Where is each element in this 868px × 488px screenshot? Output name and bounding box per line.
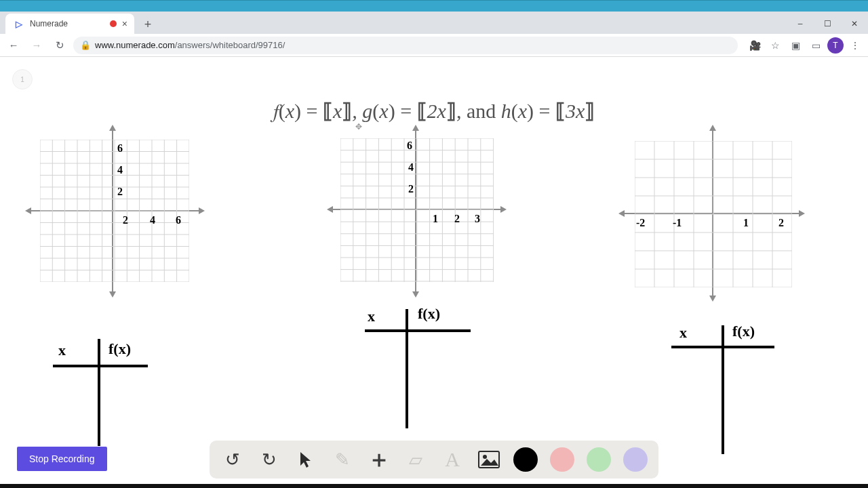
browser-tab[interactable]: ▷ Numerade × (5, 14, 134, 34)
profile-avatar[interactable]: T (827, 37, 844, 54)
tab-strip: ▷ Numerade × + – ☐ ✕ (0, 12, 868, 34)
add-tool[interactable]: ＋ (367, 447, 391, 472)
url-host: www.numerade.com (95, 40, 175, 50)
color-green[interactable] (587, 447, 611, 472)
page-content: 1 𝑓(x) = ⟦x⟧, g(x) = ⟦2x⟧, and h(x) = ⟦3… (0, 57, 868, 484)
window-maximize-button[interactable]: ☐ (814, 14, 841, 34)
x-label-2: 2 (454, 213, 460, 225)
image-tool[interactable] (477, 447, 501, 472)
graph-gx[interactable]: 6 4 2 1 2 3 (332, 130, 502, 293)
address-bar: ← → ↻ 🔒 www.numerade.com/answers/whitebo… (0, 34, 868, 57)
color-black[interactable] (513, 447, 538, 472)
grid-lines (340, 138, 494, 282)
grid-lines (635, 141, 792, 287)
x-label-n1: -1 (673, 217, 682, 229)
camera-indicator-icon[interactable]: 🎥 (746, 37, 764, 54)
nav-back-button[interactable]: ← (4, 36, 23, 55)
text-tool[interactable]: A (440, 447, 465, 472)
svg-point-1 (483, 455, 487, 459)
x-label-3: 3 (475, 213, 480, 225)
y-label-2: 2 (408, 183, 414, 195)
grid-lines (40, 140, 189, 282)
stop-recording-button[interactable]: Stop Recording (17, 447, 107, 471)
graph-hx[interactable]: -2 -1 1 2 (624, 130, 800, 297)
url-path: /answers/whiteboard/99716/ (175, 40, 285, 50)
x-label-2: 2 (778, 217, 784, 229)
y-label-2: 2 (117, 186, 123, 198)
close-tab-icon[interactable]: × (122, 18, 127, 29)
x-label-6: 6 (176, 214, 181, 226)
url-field[interactable]: 🔒 www.numerade.com/answers/whiteboard/99… (73, 37, 738, 54)
x-label-1: 1 (743, 217, 749, 229)
t-table-hx[interactable]: x f(x) (671, 325, 780, 454)
nav-forward-button[interactable]: → (27, 36, 46, 55)
lock-icon: 🔒 (80, 40, 91, 50)
col-x: x (679, 324, 687, 342)
extension-icon-1[interactable]: ▣ (787, 37, 804, 54)
new-tab-button[interactable]: + (138, 15, 157, 34)
redo-button[interactable]: ↻ (257, 447, 281, 472)
eraser-tool[interactable]: ▱ (403, 447, 428, 472)
y-label-4: 4 (408, 161, 414, 174)
pencil-tool[interactable]: ✎ (330, 447, 355, 472)
t-table-gx[interactable]: x f(x) (365, 309, 480, 428)
y-label-6: 6 (407, 140, 412, 152)
col-fx: f(x) (108, 340, 131, 358)
browser-menu-icon[interactable]: ⋮ (846, 37, 864, 54)
x-label-n2: -2 (636, 217, 645, 229)
recording-indicator-icon (110, 20, 117, 27)
color-purple[interactable] (623, 447, 648, 472)
taskbar-edge (0, 484, 868, 488)
tab-title: Numerade (30, 19, 104, 28)
window-close-button[interactable]: ✕ (841, 14, 868, 34)
pointer-tool[interactable] (294, 447, 318, 472)
col-x: x (58, 342, 66, 359)
x-label-2: 2 (123, 214, 128, 226)
y-label-4: 4 (117, 164, 123, 176)
t-table-fx[interactable]: x f(x) (53, 338, 155, 446)
col-fx: f(x) (732, 323, 755, 340)
bookmark-star-icon[interactable]: ☆ (766, 37, 784, 54)
col-x: x (368, 308, 375, 325)
extension-icon-2[interactable]: ▭ (807, 37, 825, 54)
undo-button[interactable]: ↺ (220, 447, 245, 472)
page-number-badge[interactable]: 1 (12, 69, 33, 89)
equation-header: 𝑓(x) = ⟦x⟧, g(x) = ⟦2x⟧, and h(x) = ⟦3x⟧ (273, 99, 595, 123)
x-label-1: 1 (433, 213, 438, 225)
window-minimize-button[interactable]: – (787, 14, 814, 34)
reload-button[interactable]: ↻ (50, 36, 69, 55)
window-border-top (0, 0, 868, 12)
col-fx: f(x) (418, 305, 440, 323)
site-favicon: ▷ (14, 18, 24, 29)
x-label-4: 4 (150, 214, 155, 226)
graph-fx[interactable]: 6 4 2 2 4 6 (31, 130, 200, 293)
color-pink[interactable] (550, 447, 574, 472)
y-label-6: 6 (117, 142, 123, 155)
whiteboard-toolbar: ↺ ↻ ✎ ＋ ▱ A (210, 441, 658, 479)
